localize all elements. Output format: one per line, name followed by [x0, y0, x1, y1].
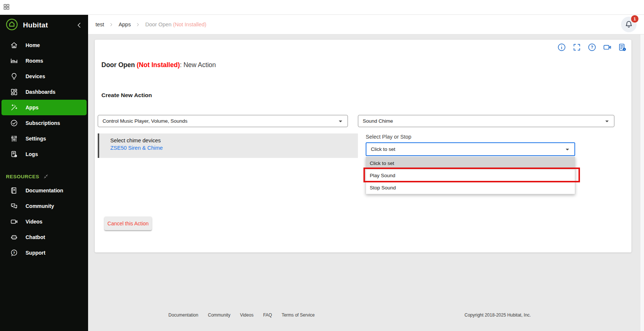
sidebar-item-videos[interactable]: Videos: [1, 214, 87, 229]
footer-link-community[interactable]: Community: [208, 312, 231, 318]
apps-icon: [10, 103, 19, 112]
play-stop-select-value: Click to set: [371, 146, 395, 152]
capability-select[interactable]: Control Music Player, Volume, Sounds: [98, 115, 348, 127]
sidebar-item-label: Devices: [26, 73, 45, 79]
svg-text:?: ?: [13, 251, 15, 255]
sidebar-item-settings[interactable]: Settings: [1, 131, 87, 146]
videos-icon: [10, 218, 19, 226]
footer-links: Documentation Community Videos FAQ Terms…: [168, 312, 315, 318]
sidebar-collapse-icon[interactable]: [76, 21, 83, 29]
sidebar-item-documentation[interactable]: Documentation: [1, 183, 87, 198]
sidebar-item-label: Community: [26, 203, 54, 209]
sidebar-item-label: Rooms: [26, 58, 43, 64]
sidebar-item-label: Home: [26, 42, 40, 48]
svg-text:?: ?: [591, 45, 593, 49]
sidebar-item-label: Apps: [26, 105, 38, 110]
sidebar-resources-nav: Documentation Community Videos Chatbot ?…: [0, 182, 88, 261]
breadcrumb-separator-icon: [135, 22, 140, 27]
chime-device-link[interactable]: ZSE50 Siren & Chime: [110, 145, 358, 151]
documentation-icon: [10, 186, 19, 195]
chatbot-icon: [10, 233, 19, 241]
sidebar-item-apps[interactable]: Apps: [1, 100, 87, 115]
sidebar-item-chatbot[interactable]: Chatbot: [1, 229, 87, 245]
sidebar-item-devices[interactable]: Devices: [1, 69, 87, 84]
chevron-down-icon: [603, 117, 611, 125]
sidebar-item-label: Documentation: [26, 188, 63, 193]
header: test Apps Door Open (Not Installed) 1: [88, 15, 644, 34]
sidebar-nav: Home Rooms Devices Dashboards Apps Subsc…: [0, 36, 88, 162]
footer-link-terms[interactable]: Terms of Service: [282, 312, 315, 318]
logs-icon: i: [10, 150, 19, 158]
command-select[interactable]: Sound Chime: [358, 115, 614, 127]
home-icon: [10, 41, 19, 49]
breadcrumb: test Apps Door Open (Not Installed): [95, 21, 207, 27]
sidebar-item-label: Settings: [26, 136, 46, 142]
top-strip: [0, 0, 644, 15]
sidebar-item-label: Support: [26, 250, 46, 256]
settings-icon: [10, 135, 19, 143]
video-tutorial-icon[interactable]: [603, 43, 612, 52]
sidebar-item-dashboards[interactable]: Dashboards: [1, 84, 87, 100]
command-select-value: Sound Chime: [363, 118, 393, 124]
footer-link-videos[interactable]: Videos: [240, 312, 253, 318]
fullscreen-icon[interactable]: [572, 43, 581, 52]
brand-name: Hubitat: [23, 21, 76, 29]
play-stop-options-list: Click to set Play Sound Stop Sound: [366, 157, 575, 194]
scrollbar[interactable]: [640, 34, 644, 331]
play-stop-label: Select Play or Stop: [366, 134, 411, 140]
subscriptions-icon: [10, 119, 19, 127]
breadcrumb-section[interactable]: Apps: [118, 21, 131, 27]
chime-devices-label: Select chime devices: [110, 138, 358, 143]
app-card: ? i Door Open (Not Installed): New Actio…: [95, 40, 631, 252]
dashboards-icon: [10, 88, 19, 96]
option-play-sound[interactable]: Play Sound: [366, 169, 575, 182]
breadcrumb-page-status: (Not Installed): [173, 21, 206, 27]
sidebar-item-community[interactable]: Community: [1, 198, 87, 214]
support-icon: ?: [10, 249, 19, 257]
help-icon[interactable]: ?: [587, 43, 597, 52]
sidebar-item-label: Dashboards: [26, 89, 56, 95]
breadcrumb-hub[interactable]: test: [95, 21, 104, 27]
info-icon[interactable]: [557, 43, 566, 52]
resources-heading: RESOURCES: [0, 171, 88, 182]
chime-devices-panel: Select chime devices ZSE50 Siren & Chime: [98, 133, 358, 158]
sidebar-item-label: Subscriptions: [26, 120, 60, 126]
app-status: (Not Installed): [137, 61, 180, 69]
community-icon: [10, 202, 19, 210]
play-stop-select[interactable]: Click to set: [366, 142, 575, 156]
sidebar: Hubitat Home Rooms Devices Dashboards Ap…: [0, 15, 88, 331]
app-grid-icon[interactable]: [3, 3, 10, 12]
hubitat-logo-icon: [5, 18, 19, 33]
sidebar-item-subscriptions[interactable]: Subscriptions: [1, 115, 87, 131]
sidebar-item-rooms[interactable]: Rooms: [1, 53, 87, 69]
app-name: Door Open: [101, 61, 135, 69]
section-title: Create New Action: [101, 92, 152, 99]
sidebar-item-support[interactable]: ? Support: [1, 245, 87, 261]
rooms-icon: [10, 57, 19, 65]
title-suffix: : New Action: [180, 61, 216, 69]
notifications-button[interactable]: 1: [621, 17, 637, 32]
sidebar-item-home[interactable]: Home: [1, 37, 87, 53]
sidebar-item-logs[interactable]: i Logs: [1, 146, 87, 162]
sidebar-item-label: Videos: [26, 219, 43, 225]
app-docs-icon[interactable]: i: [618, 43, 627, 52]
copyright-text: Copyright 2018-2025 Hubitat, Inc.: [464, 312, 531, 318]
chevron-down-icon: [563, 145, 571, 153]
resources-collapse-icon[interactable]: [43, 173, 49, 179]
devices-icon: [10, 72, 19, 80]
breadcrumb-page: Door Open (Not Installed): [145, 21, 206, 27]
chevron-down-icon: [336, 117, 345, 125]
card-toolbar: ? i: [557, 43, 627, 52]
resources-heading-label: RESOURCES: [6, 174, 39, 179]
breadcrumb-separator-icon: [109, 22, 114, 27]
option-stop-sound[interactable]: Stop Sound: [366, 182, 575, 194]
page-title: Door Open (Not Installed): New Action: [101, 61, 216, 69]
sidebar-item-label: Logs: [26, 151, 38, 157]
footer-link-documentation[interactable]: Documentation: [168, 312, 198, 318]
cancel-action-button[interactable]: Cancel this Action: [104, 216, 152, 230]
brand-row: Hubitat: [0, 15, 88, 36]
footer-link-faq[interactable]: FAQ: [263, 312, 272, 318]
sidebar-item-label: Chatbot: [26, 234, 45, 240]
option-click-to-set[interactable]: Click to set: [366, 157, 575, 169]
capability-select-value: Control Music Player, Volume, Sounds: [103, 118, 188, 124]
